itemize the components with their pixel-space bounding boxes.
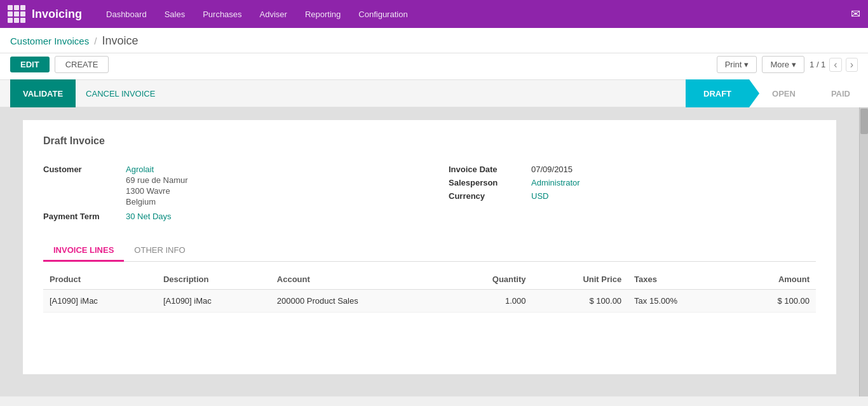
customer-address-1: 69 rue de Namur	[126, 175, 188, 185]
print-button[interactable]: Print ▾	[717, 56, 757, 73]
currency-row: Currency USD	[449, 191, 816, 201]
app-name: Invoicing	[32, 8, 82, 21]
customer-address-3: Belgium	[126, 197, 188, 206]
cancel-invoice-button[interactable]: CANCEL INVOICE	[76, 79, 165, 107]
currency-value[interactable]: USD	[531, 191, 548, 201]
breadcrumb: Customer Invoices / Invoice	[10, 34, 858, 48]
table-row[interactable]: [A1090] iMac [A1090] iMac 200000 Product…	[43, 290, 816, 313]
currency-label: Currency	[449, 191, 531, 201]
info-grid: Customer Agrolait 69 rue de Namur 1300 W…	[43, 165, 816, 225]
breadcrumb-bar: Customer Invoices / Invoice	[0, 28, 868, 53]
customer-label: Customer	[43, 165, 126, 174]
create-button[interactable]: CREATE	[55, 56, 109, 73]
invoice-date-row: Invoice Date 07/09/2015	[449, 165, 816, 174]
cell-description: [A1090] iMac	[157, 290, 271, 313]
col-unit-price: Unit Price	[532, 269, 628, 290]
invoice-date-label: Invoice Date	[449, 165, 531, 174]
customer-value-block: Agrolait 69 rue de Namur 1300 Wavre Belg…	[126, 165, 188, 206]
customer-address-2: 1300 Wavre	[126, 186, 188, 196]
invoice-date-value: 07/09/2015	[531, 165, 573, 174]
nav-configuration[interactable]: Configuration	[349, 0, 416, 28]
payment-term-label: Payment Term	[43, 212, 126, 221]
mail-icon[interactable]: ✉	[851, 7, 860, 21]
cell-unit-price: $ 100.00	[532, 290, 628, 313]
nav-sales[interactable]: Sales	[156, 0, 194, 28]
table-header-row: Product Description Account Quantity Uni…	[43, 269, 816, 290]
customer-name[interactable]: Agrolait	[126, 165, 188, 174]
content-inner: Draft Invoice Customer Agrolait 69 rue d…	[0, 107, 859, 396]
tab-invoice-lines[interactable]: INVOICE LINES	[43, 240, 124, 262]
cell-account: 200000 Product Sales	[271, 290, 446, 313]
action-bar: EDIT CREATE Print ▾ More ▾ 1 / 1 ‹ ›	[0, 53, 868, 79]
col-description: Description	[157, 269, 271, 290]
cell-product: [A1090] iMac	[43, 290, 157, 313]
more-chevron-icon: ▾	[792, 60, 796, 69]
status-stages: DRAFT OPEN PAID	[686, 79, 868, 107]
cell-quantity: 1.000	[446, 290, 532, 313]
tab-other-info[interactable]: OTHER INFO	[124, 240, 195, 262]
more-button[interactable]: More ▾	[762, 56, 804, 73]
payment-term-row: Payment Term 30 Net Days	[43, 212, 410, 221]
invoice-table: Product Description Account Quantity Uni…	[43, 269, 816, 313]
customer-row: Customer Agrolait 69 rue de Namur 1300 W…	[43, 165, 410, 206]
salesperson-row: Salesperson Administrator	[449, 178, 816, 187]
breadcrumb-current: Invoice	[102, 34, 138, 48]
print-label: Print	[725, 60, 742, 69]
tabs-bar: INVOICE LINES OTHER INFO	[43, 240, 816, 262]
stage-draft: DRAFT	[686, 79, 749, 107]
col-quantity: Quantity	[446, 269, 532, 290]
col-amount: Amount	[732, 269, 816, 290]
nav-dashboard[interactable]: Dashboard	[97, 0, 156, 28]
nav-purchases[interactable]: Purchases	[194, 0, 250, 28]
nav-reporting[interactable]: Reporting	[296, 0, 349, 28]
pagination-count: 1 / 1	[810, 60, 825, 69]
info-left: Customer Agrolait 69 rue de Namur 1300 W…	[43, 165, 410, 225]
scrollbar[interactable]	[859, 107, 868, 396]
nav-adviser[interactable]: Adviser	[251, 0, 296, 28]
payment-term-value[interactable]: 30 Net Days	[126, 212, 172, 221]
col-account: Account	[271, 269, 446, 290]
invoice-document: Draft Invoice Customer Agrolait 69 rue d…	[23, 120, 836, 374]
pagination-next[interactable]: ›	[846, 58, 858, 72]
content-wrap: Draft Invoice Customer Agrolait 69 rue d…	[0, 107, 868, 396]
breadcrumb-separator: /	[94, 36, 97, 46]
col-product: Product	[43, 269, 157, 290]
breadcrumb-parent[interactable]: Customer Invoices	[10, 36, 89, 46]
cell-taxes: Tax 15.00%	[628, 290, 732, 313]
stage-paid: PAID	[813, 79, 868, 107]
document-title: Draft Invoice	[43, 135, 816, 147]
pagination: 1 / 1 ‹ ›	[810, 58, 858, 72]
salesperson-value[interactable]: Administrator	[531, 178, 580, 187]
status-bar: VALIDATE CANCEL INVOICE DRAFT OPEN PAID	[0, 79, 868, 107]
print-chevron-icon: ▾	[744, 60, 749, 69]
validate-button[interactable]: VALIDATE	[10, 79, 76, 107]
app-grid-icon[interactable]	[8, 5, 25, 23]
salesperson-label: Salesperson	[449, 178, 531, 187]
top-navigation: Invoicing Dashboard Sales Purchases Advi…	[0, 0, 868, 28]
more-label: More	[770, 60, 789, 69]
scrollbar-thumb[interactable]	[860, 109, 868, 134]
cell-amount: $ 100.00	[732, 290, 816, 313]
info-right: Invoice Date 07/09/2015 Salesperson Admi…	[449, 165, 816, 225]
pagination-prev[interactable]: ‹	[829, 58, 841, 72]
edit-button[interactable]: EDIT	[10, 57, 50, 72]
col-taxes: Taxes	[628, 269, 732, 290]
